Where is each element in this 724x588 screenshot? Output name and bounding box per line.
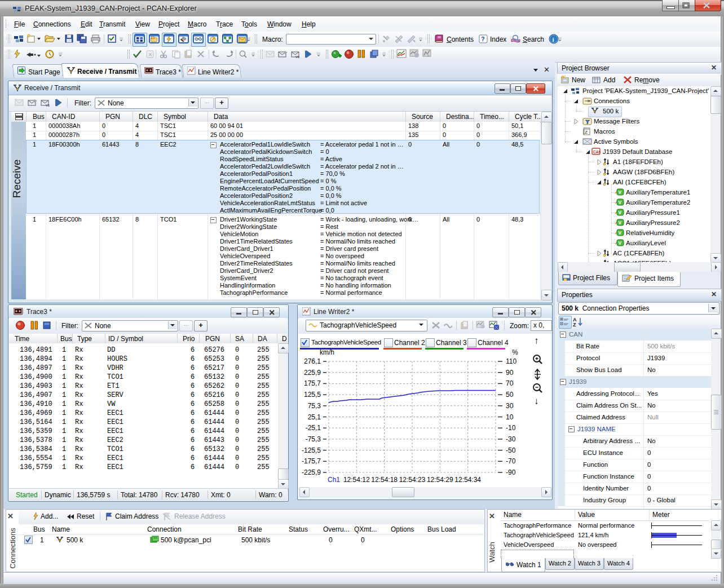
svg-text:V: V: [619, 220, 622, 226]
svg-text:-50: -50: [506, 446, 516, 454]
svg-text:-30: -30: [506, 435, 516, 443]
svg-text:-10: -10: [506, 424, 516, 432]
svg-text:-75,3: -75,3: [306, 435, 321, 443]
svg-text:-25,1: -25,1: [306, 424, 321, 432]
svg-text:V: V: [619, 200, 622, 205]
svg-text:-70: -70: [506, 457, 516, 465]
svg-text:25,1: 25,1: [308, 413, 321, 421]
svg-text:V: V: [619, 240, 622, 246]
svg-text:12:54:18: 12:54:18: [371, 476, 398, 484]
svg-text:175,7: 175,7: [304, 379, 321, 387]
svg-text:i: i: [553, 36, 554, 43]
svg-text:276,1: 276,1: [304, 357, 321, 365]
svg-text:vs: vs: [295, 55, 300, 59]
svg-text:30: 30: [506, 402, 514, 410]
svg-text:110: 110: [506, 357, 516, 365]
svg-text:12:54:34: 12:54:34: [454, 476, 481, 484]
svg-text:vs: vs: [46, 103, 50, 107]
svg-text:75,3: 75,3: [308, 402, 321, 410]
svg-text:-90: -90: [506, 468, 516, 476]
svg-text:50: 50: [506, 391, 514, 399]
svg-text:-225,9: -225,9: [302, 468, 321, 476]
svg-text:10: 10: [506, 413, 514, 421]
svg-text:12:54:23: 12:54:23: [399, 476, 426, 484]
svg-text:Z: Z: [573, 322, 576, 328]
svg-text:225,9: 225,9: [304, 369, 321, 377]
svg-text:90: 90: [506, 369, 514, 377]
svg-text:12:54:29: 12:54:29: [427, 476, 453, 484]
svg-text:Z: Z: [585, 130, 588, 135]
svg-text:-175,7: -175,7: [302, 457, 321, 465]
svg-text:CAN: CAN: [593, 150, 601, 154]
svg-text:V: V: [619, 230, 622, 236]
svg-text:V: V: [619, 189, 622, 195]
svg-text:V: V: [619, 210, 622, 215]
svg-text:?: ?: [481, 36, 485, 42]
svg-text:12:54:12: 12:54:12: [343, 476, 370, 484]
svg-text:-125,5: -125,5: [302, 446, 321, 454]
svg-text:70: 70: [506, 379, 514, 387]
svg-text:125,5: 125,5: [304, 391, 321, 399]
